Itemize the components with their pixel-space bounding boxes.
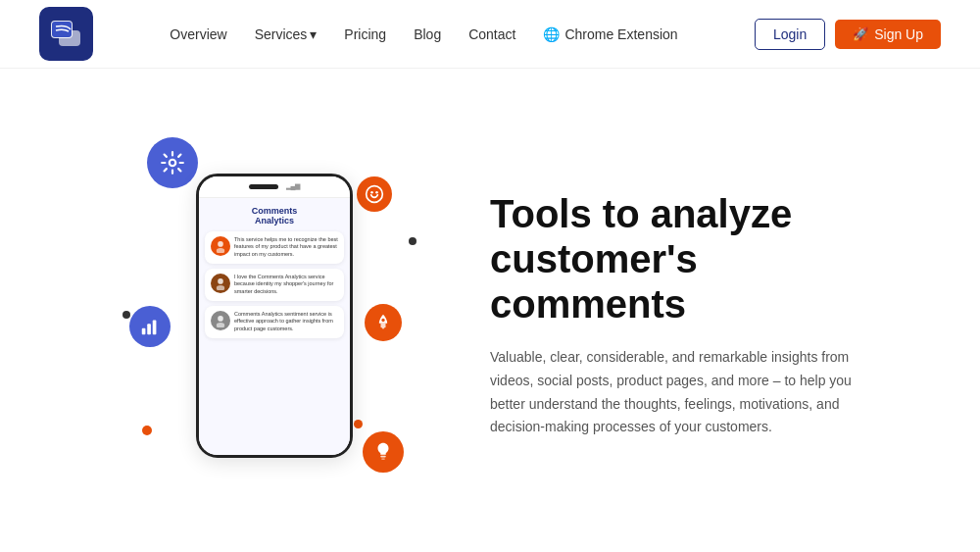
nav-contact[interactable]: Contact: [468, 26, 515, 42]
app-name-line1: Comments: [205, 206, 344, 216]
phone-illustration: ▂▄▆ Comments Analytics This service help…: [118, 129, 431, 502]
nav-services[interactable]: Services ▾: [255, 26, 318, 42]
svg-point-16: [217, 285, 224, 290]
logo[interactable]: [39, 7, 93, 61]
phone-top-bar: ▂▄▆: [199, 176, 350, 198]
comment-text-1: This service helps me to recognize the b…: [234, 236, 338, 259]
nav-chrome-extension[interactable]: 🌐 Chrome Extension: [543, 26, 677, 42]
nav-overview[interactable]: Overview: [170, 26, 226, 42]
signup-button[interactable]: 🚀 Sign Up: [835, 20, 941, 49]
logo-icon: [39, 7, 93, 61]
phone-frame: ▂▄▆ Comments Analytics This service help…: [196, 174, 353, 458]
svg-rect-12: [381, 458, 385, 459]
hero-section: ▂▄▆ Comments Analytics This service help…: [0, 69, 980, 552]
comment-card-3: Comments Analytics sentiment service is …: [205, 306, 344, 338]
phone-content: Comments Analytics This service helps me…: [199, 198, 350, 455]
phone-app-name: Comments Analytics: [205, 206, 344, 226]
logo-svg: [49, 17, 84, 52]
svg-point-15: [218, 278, 223, 284]
avatar-3: [211, 311, 230, 330]
hero-text: Tools to analyze customer's comments Val…: [490, 191, 862, 439]
dot-orange-1: [142, 426, 152, 435]
svg-point-14: [217, 248, 224, 253]
login-button[interactable]: Login: [755, 19, 825, 50]
hero-title: Tools to analyze customer's comments: [490, 191, 862, 326]
app-name-line2: Analytics: [205, 216, 344, 226]
dot-dark-1: [409, 237, 416, 245]
comment-text-2: I love the Comments Analytics service be…: [234, 274, 338, 296]
dot-dark-2: [122, 311, 130, 319]
phone-notch: [249, 184, 278, 189]
smiley-icon: [357, 176, 392, 212]
nav-actions: Login 🚀 Sign Up: [755, 19, 941, 50]
svg-rect-9: [153, 320, 157, 334]
svg-point-4: [367, 185, 383, 202]
lightbulb-icon: [363, 431, 404, 473]
gear-icon: [147, 137, 198, 188]
nav-links: Overview Services ▾ Pricing Blog Contact…: [170, 26, 677, 42]
navbar: Overview Services ▾ Pricing Blog Contact…: [0, 0, 980, 69]
signal-icon: ▂▄▆: [286, 182, 301, 190]
comment-text-3: Comments Analytics sentiment service is …: [234, 311, 338, 333]
svg-point-10: [381, 319, 384, 322]
nav-blog[interactable]: Blog: [414, 26, 441, 42]
svg-point-6: [375, 191, 378, 194]
globe-icon: 🌐: [543, 26, 560, 42]
avatar-2: [211, 274, 230, 293]
svg-rect-7: [142, 327, 146, 333]
chevron-down-icon: ▾: [310, 26, 317, 42]
svg-point-5: [370, 191, 373, 194]
rocket-icon: 🚀: [853, 26, 868, 41]
rocket-float-icon: [365, 304, 402, 341]
svg-point-13: [218, 241, 223, 247]
avatar-1: [211, 236, 230, 256]
chart-icon: [129, 306, 171, 347]
svg-point-3: [170, 159, 176, 166]
svg-rect-8: [147, 324, 151, 334]
dot-orange-2: [354, 420, 363, 428]
hero-subtitle: Valuable, clear, considerable, and remar…: [490, 346, 862, 439]
svg-point-18: [217, 323, 224, 327]
comment-card-1: This service helps me to recognize the b…: [205, 231, 344, 264]
svg-point-17: [218, 316, 223, 322]
svg-rect-11: [380, 455, 386, 457]
nav-pricing[interactable]: Pricing: [344, 26, 386, 42]
comment-card-2: I love the Comments Analytics service be…: [205, 269, 344, 301]
